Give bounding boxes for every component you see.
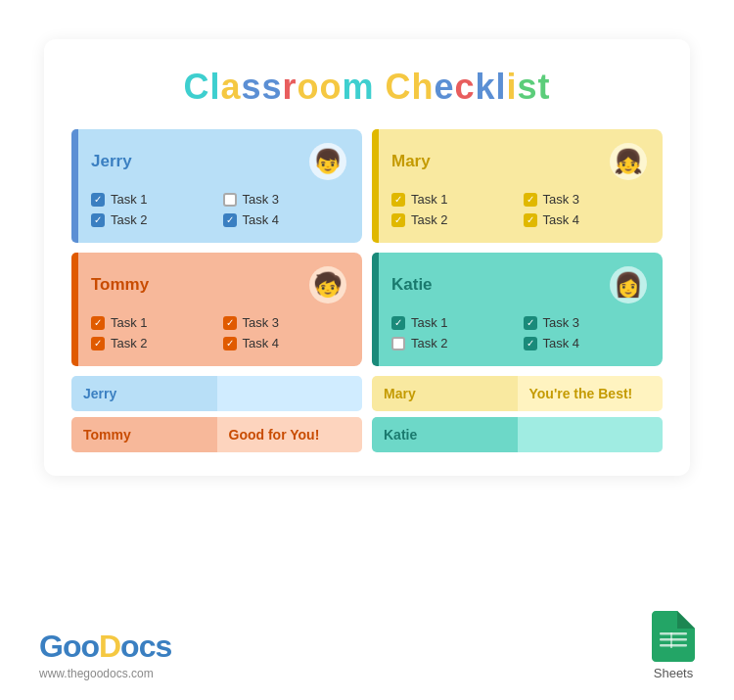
summary-katie-name: Katie	[372, 417, 518, 452]
task-label: Task 4	[543, 212, 580, 227]
student-card-katie: Katie 👩 ✓ Task 1 ✓ Task 3 Task 2 ✓	[372, 253, 663, 366]
task-item: Task 2	[391, 336, 516, 350]
task-label: Task 1	[411, 315, 448, 330]
student-name-tommy: Tommy	[91, 275, 149, 295]
logo-goo: Goo	[39, 629, 99, 664]
task-item: ✓ Task 4	[223, 212, 347, 227]
checkbox: ✓	[391, 213, 405, 227]
student-card-jerry: Jerry 👦 ✓ Task 1 Task 3 ✓ Task 2 ✓	[71, 129, 362, 243]
student-name-mary: Mary	[391, 152, 431, 171]
task-item: ✓ Task 1	[91, 315, 215, 330]
task-label: Task 3	[243, 192, 280, 207]
avatar-mary: 👧	[610, 143, 647, 180]
summary-tommy-value: Good for You!	[217, 417, 363, 452]
task-label: Task 1	[111, 192, 148, 207]
summary-jerry-value	[217, 376, 363, 411]
avatar-jerry: 👦	[309, 143, 346, 180]
checkbox: ✓	[524, 316, 537, 330]
right-summary: Mary You're the Best! Katie	[372, 376, 663, 452]
summary-row-mary: Mary You're the Best!	[372, 376, 663, 411]
task-item: ✓ Task 4	[223, 336, 347, 350]
sheets-icon-svg	[652, 611, 695, 662]
task-label: Task 1	[111, 315, 148, 330]
task-label: Task 3	[243, 315, 280, 330]
svg-rect-2	[660, 644, 687, 647]
summary-row-jerry: Jerry	[71, 376, 362, 411]
task-label: Task 4	[243, 336, 280, 350]
logo-section: GooDocs www.thegoodocs.com	[39, 629, 171, 680]
task-item: ✓ Task 2	[91, 336, 215, 350]
summary-mary-value: You're the Best!	[518, 376, 664, 411]
left-summary: Jerry Tommy Good for You!	[71, 376, 362, 452]
task-item: ✓ Task 2	[91, 212, 215, 227]
checkbox: ✓	[524, 337, 537, 350]
checkbox: ✓	[91, 316, 105, 330]
checkbox	[391, 337, 405, 350]
students-grid: Jerry 👦 ✓ Task 1 Task 3 ✓ Task 2 ✓	[71, 129, 663, 366]
avatar-tommy: 🧒	[309, 266, 346, 303]
summary-tommy-name: Tommy	[71, 417, 217, 452]
task-label: Task 2	[411, 336, 448, 350]
student-name-jerry: Jerry	[91, 152, 132, 171]
task-item: ✓ Task 4	[524, 212, 648, 227]
student-name-katie: Katie	[391, 275, 433, 295]
page-title: Classroom Checklist	[71, 67, 663, 108]
avatar-katie: 👩	[610, 266, 647, 303]
summary-grid: Jerry Tommy Good for You! Mary You're th…	[71, 376, 663, 452]
task-item: ✓ Task 3	[223, 315, 347, 330]
logo-text: GooDocs	[39, 629, 171, 665]
task-item: ✓ Task 4	[524, 336, 648, 350]
summary-katie-value	[518, 417, 664, 452]
checkbox: ✓	[391, 193, 405, 207]
task-item: ✓ Task 1	[391, 192, 516, 207]
svg-rect-1	[660, 638, 687, 641]
sheets-label: Sheets	[654, 666, 693, 680]
task-item: ✓ Task 3	[524, 315, 648, 330]
checkbox: ✓	[391, 316, 405, 330]
main-card: Classroom Checklist Jerry 👦 ✓ Task 1 Tas…	[44, 39, 690, 476]
task-label: Task 1	[411, 192, 448, 207]
task-label: Task 2	[411, 212, 448, 227]
footer: GooDocs www.thegoodocs.com Sheets	[0, 582, 734, 700]
summary-jerry-name: Jerry	[71, 376, 217, 411]
task-label: Task 3	[543, 315, 580, 330]
checkbox: ✓	[223, 213, 237, 227]
checkbox	[223, 193, 237, 207]
task-label: Task 3	[543, 192, 580, 207]
task-item: ✓ Task 3	[524, 192, 648, 207]
checkbox: ✓	[91, 193, 105, 207]
svg-rect-0	[660, 632, 687, 635]
task-item: ✓ Task 2	[391, 212, 516, 227]
checkbox: ✓	[524, 193, 537, 207]
checkbox: ✓	[91, 213, 105, 227]
summary-mary-name: Mary	[372, 376, 518, 411]
summary-row-tommy: Tommy Good for You!	[71, 417, 362, 452]
task-label: Task 4	[543, 336, 580, 350]
checkbox: ✓	[223, 337, 237, 350]
student-card-tommy: Tommy 🧒 ✓ Task 1 ✓ Task 3 ✓ Task 2 ✓	[71, 253, 362, 366]
logo-url: www.thegoodocs.com	[39, 667, 171, 680]
logo-docs: ocs	[120, 629, 171, 664]
checkbox: ✓	[223, 316, 237, 330]
summary-row-katie: Katie	[372, 417, 663, 452]
task-label: Task 4	[243, 212, 280, 227]
task-item: Task 3	[223, 192, 347, 207]
checkbox: ✓	[91, 337, 105, 350]
task-label: Task 2	[111, 336, 148, 350]
task-item: ✓ Task 1	[391, 315, 516, 330]
task-label: Task 2	[111, 212, 148, 227]
sheets-icon-section: Sheets	[652, 611, 695, 680]
student-card-mary: Mary 👧 ✓ Task 1 ✓ Task 3 ✓ Task 2 ✓	[372, 129, 663, 243]
checkbox: ✓	[524, 213, 537, 227]
task-item: ✓ Task 1	[91, 192, 215, 207]
